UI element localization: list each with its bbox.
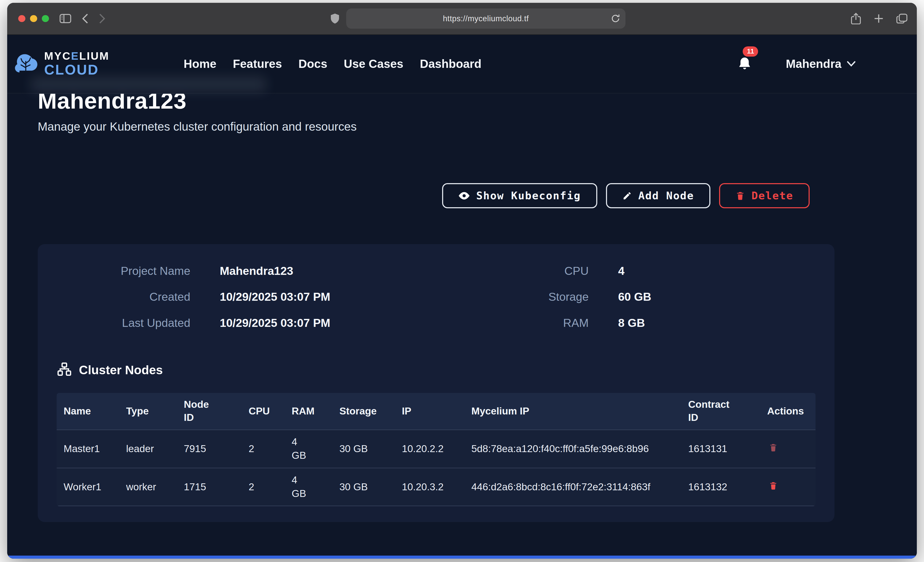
last-updated-label: Last Updated	[57, 316, 190, 329]
project-name-value: Mahendra123	[220, 265, 426, 277]
brand-logo[interactable]: MYCELIUM CLOUD	[14, 51, 110, 77]
chrome-right-buttons	[851, 13, 908, 25]
col-contract-id: Contract ID	[681, 393, 760, 430]
node-ram: 4 GB	[285, 468, 332, 506]
node-name: Worker1	[57, 475, 119, 499]
created-value: 10/29/2025 03:07 PM	[220, 290, 426, 303]
ram-label: RAM	[456, 316, 588, 329]
notification-count-badge: 11	[743, 46, 758, 57]
cpu-label: CPU	[456, 265, 588, 277]
site-viewport: Mahendra123 Manage your Kubernetes clust…	[7, 35, 917, 559]
node-name: Master1	[57, 437, 119, 461]
col-ram: RAM	[285, 399, 332, 423]
user-menu[interactable]: Mahendra	[786, 57, 855, 71]
page-content: Mahendra123 Manage your Kubernetes clust…	[7, 35, 917, 559]
node-type: worker	[119, 475, 177, 499]
storage-value: 60 GB	[618, 290, 816, 303]
nav-item-docs[interactable]: Docs	[298, 57, 327, 71]
nav-item-dashboard[interactable]: Dashboard	[420, 57, 482, 71]
cpu-value: 4	[618, 265, 816, 277]
notifications-button[interactable]: 11	[738, 56, 752, 72]
address-bar-area: https://myceliumcloud.tf	[105, 9, 851, 28]
storage-label: Storage	[456, 290, 588, 303]
cluster-nodes-title: Cluster Nodes	[79, 363, 163, 377]
eye-icon	[459, 191, 470, 200]
page-subtitle: Manage your Kubernetes cluster configura…	[38, 120, 917, 133]
pencil-icon	[622, 191, 632, 200]
nav-item-home[interactable]: Home	[184, 57, 216, 71]
nav-item-features[interactable]: Features	[233, 57, 282, 71]
close-window-button[interactable]	[18, 15, 26, 22]
node-contract-id: 1613132	[681, 475, 760, 499]
trash-icon	[735, 191, 745, 200]
delete-node-button[interactable]	[769, 481, 778, 490]
table-header-row: Name Type Node ID CPU RAM Storage IP Myc…	[57, 393, 816, 430]
col-mycelium-ip: Mycelium IP	[464, 399, 681, 423]
node-ram: 4 GB	[285, 430, 332, 468]
footer-accent-bar	[7, 556, 917, 558]
url-text: https://myceliumcloud.tf	[443, 14, 529, 23]
node-ip: 10.20.2.2	[394, 437, 464, 461]
privacy-shield-icon	[331, 13, 339, 24]
sidebar-toggle-icon[interactable]	[60, 14, 71, 23]
col-ip: IP	[394, 399, 464, 423]
node-cpu: 2	[242, 437, 285, 461]
cluster-details-panel: Project Name Mahendra123 CPU 4 Created 1…	[38, 244, 834, 522]
forward-button[interactable]	[99, 13, 105, 24]
col-name: Name	[57, 399, 119, 423]
nav-links: Home Features Docs Use Cases Dashboard	[184, 57, 482, 71]
show-kubeconfig-label: Show Kubeconfig	[476, 190, 581, 202]
traffic-lights	[18, 15, 49, 22]
address-bar[interactable]: https://myceliumcloud.tf	[346, 9, 626, 28]
col-node-id: Node ID	[177, 393, 242, 430]
col-type: Type	[119, 399, 177, 423]
minimize-window-button[interactable]	[30, 15, 37, 22]
share-icon[interactable]	[851, 13, 861, 25]
new-tab-icon[interactable]	[874, 14, 884, 23]
node-id: 1715	[177, 475, 242, 499]
cluster-nodes-table: Name Type Node ID CPU RAM Storage IP Myc…	[57, 393, 816, 507]
show-kubeconfig-button[interactable]: Show Kubeconfig	[442, 183, 597, 209]
bell-icon	[738, 56, 752, 72]
site-navbar: MYCELIUM CLOUD Home Features Docs Use Ca…	[7, 35, 917, 94]
node-cpu: 2	[242, 475, 285, 499]
ram-value: 8 GB	[618, 316, 816, 329]
node-contract-id: 1613131	[681, 437, 760, 461]
back-button[interactable]	[82, 13, 88, 24]
node-storage: 30 GB	[332, 437, 395, 461]
node-type: leader	[119, 437, 177, 461]
node-mycelium-ip: 446:d2a6:8bcd:8c16:ff0f:72e2:3114:863f	[464, 475, 681, 499]
table-row: Master1 leader 7915 2 4 GB 30 GB 10.20.2…	[57, 430, 816, 468]
col-storage: Storage	[332, 399, 395, 423]
project-info-grid: Project Name Mahendra123 CPU 4 Created 1…	[57, 265, 816, 329]
table-row: Worker1 worker 1715 2 4 GB 30 GB 10.20.3…	[57, 468, 816, 507]
node-ip: 10.20.3.2	[394, 475, 464, 499]
delete-node-button[interactable]	[769, 442, 778, 452]
browser-window: https://myceliumcloud.tf	[7, 3, 917, 558]
project-name-label: Project Name	[57, 265, 190, 277]
reload-icon[interactable]	[611, 14, 620, 23]
delete-cluster-button[interactable]: Delete	[719, 183, 810, 209]
delete-label: Delete	[752, 190, 793, 202]
nav-right: 11 Mahendra	[738, 56, 856, 72]
add-node-button[interactable]: Add Node	[606, 183, 710, 209]
cluster-actions: Show Kubeconfig Add Node Delete	[38, 183, 810, 209]
screenshot-canvas: https://myceliumcloud.tf	[7, 3, 917, 558]
last-updated-value: 10/29/2025 03:07 PM	[220, 316, 426, 329]
brand-wordmark: MYCELIUM CLOUD	[44, 51, 109, 77]
browser-chrome: https://myceliumcloud.tf	[7, 3, 917, 34]
created-label: Created	[57, 290, 190, 303]
node-mycelium-ip: 5d8:78ea:a120:f40c:ff0f:a5fe:99e6:8b96	[464, 437, 681, 461]
node-id: 7915	[177, 437, 242, 461]
chevron-down-icon	[847, 61, 855, 67]
cluster-nodes-icon	[57, 362, 72, 378]
col-actions: Actions	[760, 399, 816, 423]
add-node-label: Add Node	[638, 190, 694, 202]
node-storage: 30 GB	[332, 475, 395, 499]
col-cpu: CPU	[242, 399, 285, 423]
nav-item-use-cases[interactable]: Use Cases	[344, 57, 404, 71]
user-name: Mahendra	[786, 57, 842, 71]
zoom-window-button[interactable]	[42, 15, 49, 22]
tab-overview-icon[interactable]	[896, 13, 908, 24]
mycelium-logo-icon	[14, 52, 39, 76]
